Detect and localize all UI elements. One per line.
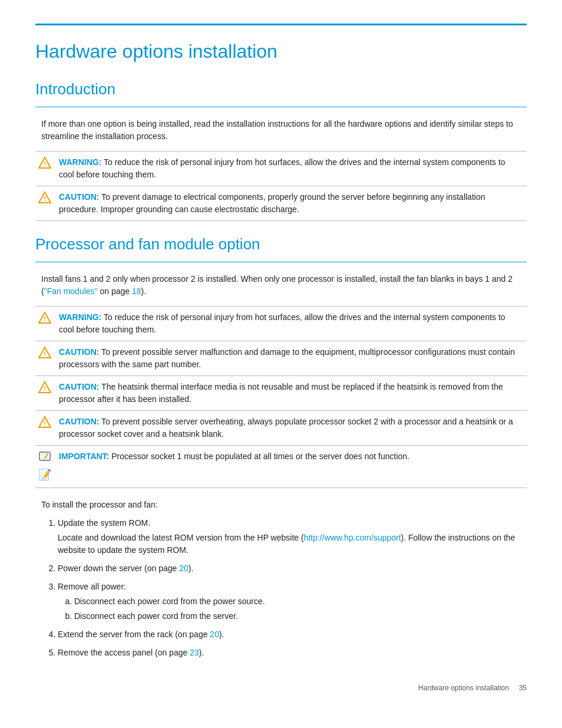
intro-divider: [35, 107, 527, 107]
caution-icon-cell-3: !: [35, 376, 59, 411]
processor-caution-text-2: The heatsink thermal interface media is …: [59, 382, 503, 404]
caution-text-1: To prevent damage to electrical componen…: [59, 192, 485, 214]
notice-row: ! CAUTION: To prevent damage to electric…: [35, 186, 527, 221]
step-1-desc: Locate and download the latest ROM versi…: [55, 532, 527, 556]
notice-row: 📝 📝 IMPORTANT: Processor socket 1 must b…: [35, 446, 527, 488]
warning-text-1: To reduce the risk of personal injury fr…: [59, 157, 505, 179]
processor-intro: Install fans 1 and 2 only when processor…: [35, 273, 527, 298]
caution-triangle-icon-2: !: [38, 346, 51, 359]
fan-modules-link[interactable]: "Fan modules": [44, 286, 98, 296]
warning-notice-1: WARNING: To reduce the risk of personal …: [59, 151, 527, 186]
step-1-text: Update the system ROM.: [58, 518, 150, 528]
step-5: Remove the access panel (on page 23).: [58, 647, 527, 659]
step-3-sub-steps: Disconnect each power cord from the powe…: [58, 595, 527, 622]
caution-icon-cell-4: !: [35, 411, 59, 446]
introduction-title: Introduction: [35, 80, 527, 98]
step-2-link[interactable]: 20: [179, 564, 189, 573]
processor-caution-3: CAUTION: To prevent possible server over…: [59, 411, 527, 446]
footer-page: [511, 684, 517, 692]
caution-notice-1: CAUTION: To prevent damage to electrical…: [59, 186, 527, 221]
step-3b-text: Disconnect each power cord from the serv…: [74, 611, 238, 621]
step-3b: Disconnect each power cord from the serv…: [74, 610, 527, 622]
processor-notices: ! WARNING: To reduce the risk of persona…: [35, 306, 527, 488]
step-5-text-end: ).: [199, 648, 204, 657]
processor-section: Processor and fan module option Install …: [35, 235, 527, 659]
caution-triangle-icon-4: !: [38, 416, 51, 429]
notice-row: ! WARNING: To reduce the risk of persona…: [35, 151, 527, 186]
warning-label: WARNING:: [59, 157, 101, 167]
step-2: Power down the server (on page 20).: [58, 562, 527, 575]
warning-icon-cell-2: !: [35, 307, 59, 341]
step-5-text: Remove the access panel (on page: [58, 648, 190, 657]
caution-label: CAUTION:: [59, 192, 99, 202]
footer-page-number: 35: [519, 684, 527, 692]
svg-text:!: !: [44, 385, 46, 392]
caution-label-4: CAUTION:: [59, 417, 99, 426]
important-icon-cell: 📝 📝: [35, 446, 59, 488]
notice-row: ! CAUTION: To prevent possible server ma…: [35, 341, 527, 376]
step-3: Remove all power: Disconnect each power …: [58, 581, 527, 622]
step-4-link[interactable]: 20: [210, 630, 219, 639]
fan-modules-page-link[interactable]: 18: [132, 286, 141, 296]
step-2-text-end: ).: [189, 564, 194, 573]
processor-important-1: IMPORTANT: Processor socket 1 must be po…: [59, 446, 527, 488]
svg-text:📝: 📝: [41, 453, 49, 460]
processor-important-text-1: Processor socket 1 must be populated at …: [111, 452, 409, 461]
svg-text:!: !: [44, 350, 46, 357]
install-intro: To install the processor and fan:: [41, 499, 527, 511]
caution-triangle-icon: !: [38, 191, 51, 204]
steps-list: Update the system ROM. Locate and downlo…: [41, 517, 527, 659]
svg-text:!: !: [44, 420, 46, 427]
processor-caution-text-3: To prevent possible server overheating, …: [59, 417, 513, 439]
step-4: Extend the server from the rack (on page…: [58, 628, 527, 641]
svg-text:!: !: [44, 315, 46, 322]
warning-triangle-icon: !: [38, 156, 51, 169]
step-1-desc-text: Locate and download the latest ROM versi…: [58, 533, 304, 542]
step-3-text: Remove all power:: [58, 582, 126, 591]
step-3a-text: Disconnect each power cord from the powe…: [74, 597, 265, 606]
introduction-notices: ! WARNING: To reduce the risk of persona…: [35, 151, 527, 221]
page-container: Hardware options installation Introducti…: [0, 0, 562, 709]
step-1: Update the system ROM. Locate and downlo…: [58, 517, 527, 556]
processor-title: Processor and fan module option: [35, 235, 527, 253]
important-icon: 📝: [38, 450, 51, 463]
svg-text:!: !: [44, 160, 46, 167]
processor-warning-1: WARNING: To reduce the risk of personal …: [59, 307, 527, 341]
processor-caution-text-1: To prevent possible server malfunction a…: [59, 347, 515, 369]
processor-divider: [35, 262, 527, 262]
step-4-text: Extend the server from the rack (on page: [58, 630, 210, 639]
notice-row: ! CAUTION: The heatsink thermal interfac…: [35, 376, 527, 411]
introduction-section: Introduction If more than one option is …: [35, 80, 527, 221]
caution-icon-cell: !: [35, 186, 59, 221]
step-5-link[interactable]: 23: [190, 648, 199, 657]
caution-icon-cell-2: !: [35, 341, 59, 376]
step-4-text-end: ).: [219, 630, 224, 639]
step-2-text: Power down the server (on page: [58, 564, 179, 573]
important-glyph-icon: 📝: [38, 469, 51, 480]
footer-text: Hardware options installation: [418, 684, 509, 692]
hp-support-link[interactable]: http://www.hp.com/support: [304, 533, 401, 542]
caution-label-3: CAUTION:: [59, 382, 99, 391]
processor-caution-2: CAUTION: The heatsink thermal interface …: [59, 376, 527, 411]
install-steps-section: To install the processor and fan: Update…: [35, 499, 527, 659]
introduction-body: If more than one option is being install…: [35, 118, 527, 143]
warning-label-2: WARNING:: [59, 312, 101, 322]
notice-row: ! WARNING: To reduce the risk of persona…: [35, 307, 527, 341]
caution-triangle-icon-3: !: [38, 381, 51, 394]
top-border: [35, 24, 527, 25]
processor-caution-1: CAUTION: To prevent possible server malf…: [59, 341, 527, 376]
svg-text:!: !: [44, 195, 46, 202]
processor-warning-text-1: To reduce the risk of personal injury fr…: [59, 312, 505, 334]
notice-row: ! CAUTION: To prevent possible server ov…: [35, 411, 527, 446]
important-label: IMPORTANT:: [59, 452, 109, 461]
warning-icon-cell: !: [35, 151, 59, 186]
warning-triangle-icon-2: !: [38, 311, 51, 324]
page-footer: Hardware options installation 35: [418, 684, 527, 692]
caution-label-2: CAUTION:: [59, 347, 99, 357]
page-title: Hardware options installation: [35, 36, 527, 62]
step-3a: Disconnect each power cord from the powe…: [74, 595, 527, 608]
processor-intro-paren: ).: [141, 286, 147, 296]
processor-intro-text-end: on page: [98, 286, 132, 296]
